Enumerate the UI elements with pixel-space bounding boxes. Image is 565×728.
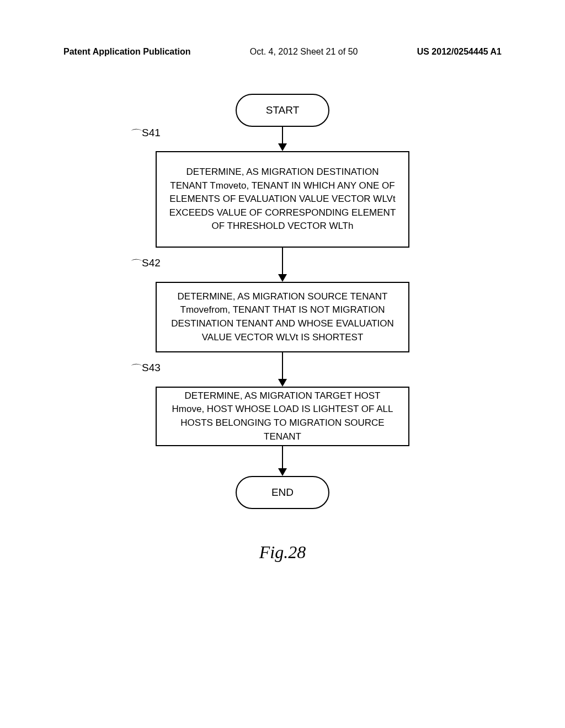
page-header: Patent Application Publication Oct. 4, 2…	[0, 47, 565, 57]
arrow-down-icon	[278, 468, 287, 476]
process-s42: DETERMINE, AS MIGRATION SOURCE TENANT Tm…	[156, 282, 409, 352]
arrow-3: ⌒S43	[0, 352, 565, 387]
header-center: Oct. 4, 2012 Sheet 21 of 50	[250, 47, 358, 57]
process-s41: DETERMINE, AS MIGRATION DESTINATION TENA…	[156, 151, 409, 248]
step-label-s42: ⌒S42	[131, 256, 161, 270]
header-right: US 2012/0254445 A1	[417, 47, 502, 57]
step-label-s43: ⌒S43	[131, 361, 161, 375]
figure-label: Fig.28	[259, 542, 306, 563]
arrow-down-icon	[278, 143, 287, 151]
start-label: START	[266, 104, 300, 116]
arrow-4	[0, 446, 565, 476]
start-terminal: START	[236, 94, 329, 127]
process-s42-text: DETERMINE, AS MIGRATION SOURCE TENANT Tm…	[169, 290, 396, 345]
process-s43: DETERMINE, AS MIGRATION TARGET HOST Hmov…	[156, 387, 409, 446]
process-s41-text: DETERMINE, AS MIGRATION DESTINATION TENA…	[169, 165, 396, 233]
header-left: Patent Application Publication	[63, 47, 191, 57]
arrow-down-icon	[278, 379, 287, 387]
end-label: END	[271, 486, 294, 499]
process-s43-text: DETERMINE, AS MIGRATION TARGET HOST Hmov…	[169, 389, 396, 444]
end-terminal: END	[236, 476, 329, 509]
arrow-1: ⌒S41	[0, 127, 565, 151]
flowchart: START ⌒S41 DETERMINE, AS MIGRATION DESTI…	[0, 94, 565, 563]
step-label-s41: ⌒S41	[131, 126, 161, 140]
arrow-2: ⌒S42	[0, 248, 565, 282]
arrow-down-icon	[278, 274, 287, 282]
